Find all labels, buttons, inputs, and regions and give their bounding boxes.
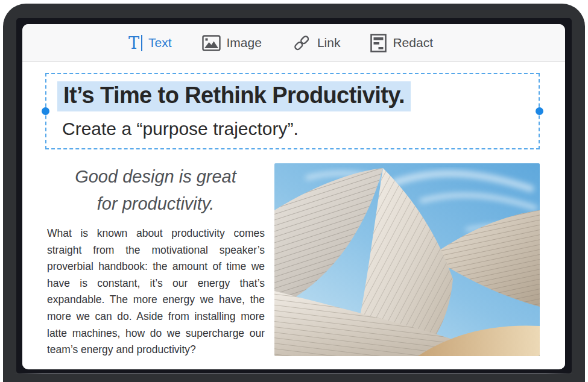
edit-toolbar: T Text Image [22, 24, 565, 62]
link-tool-button[interactable]: Link [292, 33, 341, 52]
text-selection-box[interactable]: It’s Time to Rethink Productivity. Creat… [45, 73, 540, 149]
image-tool-label: Image [227, 36, 262, 50]
pull-quote-line: Good design is great [47, 163, 264, 190]
pull-quote[interactable]: Good design is great for productivity. [47, 163, 264, 218]
redact-tool-icon [370, 34, 387, 52]
image-tool-icon [202, 35, 221, 51]
tablet-edge-seam [14, 373, 574, 374]
title-highlighted-text[interactable]: It’s Time to Rethink Productivity. [57, 81, 411, 111]
text-tool-button[interactable]: T Text [128, 35, 172, 51]
redact-tool-label: Redact [393, 36, 433, 50]
text-tool-icon: T [128, 35, 142, 51]
editor-window: T Text Image [22, 24, 565, 369]
redact-tool-button[interactable]: Redact [370, 34, 433, 52]
link-tool-icon [292, 33, 311, 52]
concert-hall-photo[interactable] [274, 163, 540, 356]
body-paragraph[interactable]: What is known about productivity comes s… [47, 225, 265, 359]
pull-quote-line: for productivity. [47, 190, 264, 218]
link-tool-label: Link [317, 36, 341, 50]
document-subtitle[interactable]: Create a “purpose trajectory”. [62, 117, 299, 140]
selection-handle-left[interactable] [42, 107, 49, 115]
selection-handle-right[interactable] [536, 107, 543, 115]
pdf-page: It’s Time to Rethink Productivity. Creat… [22, 62, 565, 369]
document-title[interactable]: It’s Time to Rethink Productivity. [57, 81, 411, 111]
image-tool-button[interactable]: Image [202, 35, 262, 51]
text-tool-label: Text [148, 36, 172, 50]
